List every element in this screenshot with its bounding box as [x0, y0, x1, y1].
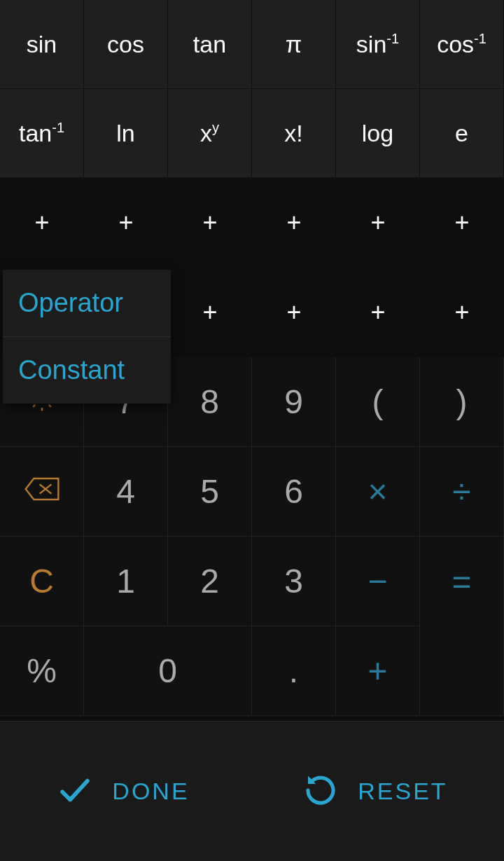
- cos-button[interactable]: cos: [84, 0, 168, 89]
- main-keypad: 7 8 9 ( ) 4 5 6 × ÷ C: [0, 357, 504, 716]
- clear-button[interactable]: C: [0, 537, 84, 626]
- digit-2[interactable]: 2: [168, 537, 252, 626]
- percent-button[interactable]: %: [0, 626, 84, 716]
- digit-9[interactable]: 9: [252, 357, 336, 447]
- slot-add[interactable]: +: [252, 268, 336, 357]
- sci-row-2: tan-1 ln xy x! log e: [0, 89, 504, 178]
- factorial-button[interactable]: x!: [252, 89, 336, 178]
- equals-button[interactable]: =: [420, 537, 504, 626]
- digit-4[interactable]: 4: [84, 447, 168, 537]
- slot-add[interactable]: +: [84, 178, 168, 268]
- lparen-button[interactable]: (: [336, 357, 420, 447]
- menu-constant[interactable]: Constant: [3, 337, 171, 404]
- slot-add[interactable]: +: [252, 178, 336, 268]
- sin-button[interactable]: sin: [0, 0, 84, 89]
- log-button[interactable]: log: [336, 89, 420, 178]
- ln-button[interactable]: ln: [84, 89, 168, 178]
- keypad-row-2: 4 5 6 × ÷: [0, 447, 504, 537]
- pi-button[interactable]: π: [252, 0, 336, 89]
- rparen-button[interactable]: ): [420, 357, 504, 447]
- slot-row-1: + + + + + +: [0, 178, 504, 268]
- slot-add[interactable]: +: [420, 268, 504, 357]
- reset-button[interactable]: RESET: [302, 771, 447, 812]
- slot-add[interactable]: +: [0, 178, 84, 268]
- plus-button[interactable]: +: [336, 626, 420, 716]
- digit-0[interactable]: 0: [84, 626, 252, 716]
- reset-label: RESET: [358, 778, 447, 805]
- minus-button[interactable]: −: [336, 537, 420, 626]
- bottom-bar: DONE RESET: [0, 721, 504, 861]
- multiply-button[interactable]: ×: [336, 447, 420, 537]
- digit-1[interactable]: 1: [84, 537, 168, 626]
- slot-add[interactable]: +: [336, 178, 420, 268]
- slot-add[interactable]: +: [168, 268, 252, 357]
- menu-operator[interactable]: Operator: [3, 270, 171, 337]
- acos-button[interactable]: cos-1: [420, 0, 504, 89]
- asin-button[interactable]: sin-1: [336, 0, 420, 89]
- reset-icon: [302, 771, 340, 812]
- slot-add[interactable]: +: [336, 268, 420, 357]
- tan-button[interactable]: tan: [168, 0, 252, 89]
- calculator-app: sin cos tan π sin-1 cos-1 tan-1 ln xy x!…: [0, 0, 504, 861]
- done-button[interactable]: DONE: [56, 771, 189, 812]
- equals-lower[interactable]: [420, 626, 504, 716]
- slot-add[interactable]: +: [168, 178, 252, 268]
- digit-5[interactable]: 5: [168, 447, 252, 537]
- slot-add[interactable]: +: [420, 178, 504, 268]
- decimal-button[interactable]: .: [252, 626, 336, 716]
- context-menu: Operator Constant: [3, 270, 171, 404]
- digit-8[interactable]: 8: [168, 357, 252, 447]
- check-icon: [56, 771, 94, 812]
- backspace-icon: [22, 472, 62, 511]
- scientific-rows: sin cos tan π sin-1 cos-1 tan-1 ln xy x!…: [0, 0, 504, 178]
- divide-button[interactable]: ÷: [420, 447, 504, 537]
- atan-button[interactable]: tan-1: [0, 89, 84, 178]
- power-button[interactable]: xy: [168, 89, 252, 178]
- done-label: DONE: [112, 778, 189, 805]
- keypad-row-3: C 1 2 3 − =: [0, 537, 504, 626]
- e-button[interactable]: e: [420, 89, 504, 178]
- keypad-row-4: % 0 . +: [0, 626, 504, 716]
- backspace-button[interactable]: [0, 447, 84, 537]
- sci-row-1: sin cos tan π sin-1 cos-1: [0, 0, 504, 89]
- digit-3[interactable]: 3: [252, 537, 336, 626]
- digit-6[interactable]: 6: [252, 447, 336, 537]
